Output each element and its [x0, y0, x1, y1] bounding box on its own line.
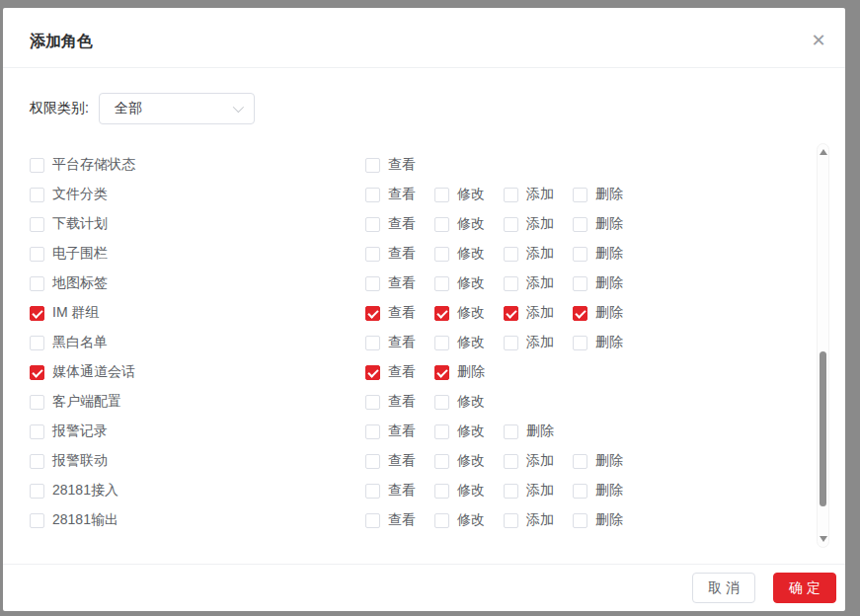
row-checkbox[interactable] — [30, 513, 44, 528]
perm-checkbox[interactable] — [434, 513, 449, 528]
perm-checkbox[interactable] — [434, 365, 449, 380]
row-label: 文件分类 — [52, 186, 108, 203]
permission-row-left: 文件分类 — [30, 186, 365, 203]
perm-checkbox[interactable] — [573, 513, 587, 528]
row-checkbox[interactable] — [30, 276, 44, 291]
perm-label: 查看 — [388, 393, 416, 411]
perm-label: 添加 — [526, 482, 554, 500]
permission-row-left: 报警记录 — [30, 423, 365, 440]
perm-slot: 添加 — [504, 186, 573, 203]
selected-category: 全部 — [115, 100, 142, 117]
perm-checkbox[interactable] — [365, 336, 380, 350]
permission-row-actions: 查看修改添加删除 — [365, 186, 642, 203]
perm-checkbox[interactable] — [504, 276, 518, 291]
row-checkbox[interactable] — [30, 247, 44, 262]
row-checkbox[interactable] — [30, 188, 44, 202]
perm-checkbox[interactable] — [365, 217, 380, 232]
perm-checkbox[interactable] — [504, 513, 518, 528]
perm-label: 删除 — [595, 304, 623, 322]
perm-label: 查看 — [388, 452, 416, 470]
perm-label: 添加 — [526, 511, 554, 529]
dialog-backdrop: { "dialog": { "title": "添加角色", "close_ic… — [0, 0, 860, 616]
confirm-button[interactable]: 确 定 — [773, 573, 836, 603]
row-label: 客户端配置 — [52, 393, 121, 411]
perm-checkbox[interactable] — [365, 306, 380, 321]
perm-checkbox[interactable] — [434, 188, 449, 202]
perm-checkbox[interactable] — [573, 247, 587, 262]
perm-checkbox[interactable] — [504, 217, 518, 232]
perm-checkbox[interactable] — [573, 484, 587, 499]
perm-checkbox[interactable] — [504, 247, 518, 262]
perm-checkbox[interactable] — [504, 424, 518, 439]
perm-checkbox[interactable] — [504, 454, 518, 469]
perm-label: 查看 — [388, 274, 416, 292]
permission-category-select[interactable]: 全部 — [99, 93, 255, 124]
perm-label: 添加 — [526, 334, 554, 351]
row-label: 下载计划 — [52, 215, 108, 233]
perm-checkbox[interactable] — [504, 188, 518, 202]
perm-checkbox[interactable] — [573, 454, 587, 469]
perm-checkbox[interactable] — [365, 513, 380, 528]
cancel-button[interactable]: 取 消 — [692, 573, 755, 603]
row-checkbox[interactable] — [30, 484, 44, 499]
perm-checkbox[interactable] — [504, 306, 518, 321]
perm-checkbox[interactable] — [573, 306, 587, 321]
perm-label: 修改 — [457, 334, 485, 351]
perm-checkbox[interactable] — [365, 188, 380, 202]
perm-slot: 查看 — [365, 274, 434, 292]
perm-label: 删除 — [457, 363, 485, 381]
scrollbar-thumb[interactable] — [820, 351, 826, 506]
perm-checkbox[interactable] — [573, 276, 587, 291]
scroll-up-icon[interactable] — [820, 149, 827, 155]
perm-checkbox[interactable] — [365, 276, 380, 291]
perm-checkbox[interactable] — [365, 247, 380, 262]
permission-row: 文件分类 查看修改添加删除 — [30, 180, 810, 209]
row-label: 电子围栏 — [52, 245, 108, 263]
row-checkbox[interactable] — [30, 454, 44, 469]
permission-row-left: 电子围栏 — [30, 245, 365, 263]
perm-slot: 添加 — [504, 245, 573, 263]
perm-checkbox[interactable] — [365, 395, 380, 410]
perm-checkbox[interactable] — [434, 306, 449, 321]
perm-slot: 添加 — [504, 511, 573, 529]
perm-label: 修改 — [457, 511, 485, 529]
row-checkbox[interactable] — [30, 336, 44, 350]
perm-label: 修改 — [457, 245, 485, 263]
perm-checkbox[interactable] — [434, 276, 449, 291]
perm-label: 删除 — [595, 482, 623, 500]
perm-checkbox[interactable] — [434, 395, 449, 410]
row-checkbox[interactable] — [30, 395, 44, 410]
row-checkbox[interactable] — [30, 424, 44, 439]
close-icon[interactable]: ✕ — [808, 30, 829, 51]
perm-slot: 修改 — [434, 215, 504, 233]
perm-slot: 查看 — [365, 186, 434, 203]
perm-checkbox[interactable] — [434, 454, 449, 469]
perm-checkbox[interactable] — [434, 484, 449, 499]
perm-label: 查看 — [388, 482, 416, 500]
perm-checkbox[interactable] — [365, 424, 380, 439]
permission-row: 下载计划 查看修改添加删除 — [30, 209, 810, 239]
perm-checkbox[interactable] — [434, 336, 449, 350]
perm-checkbox[interactable] — [434, 247, 449, 262]
row-checkbox[interactable] — [30, 306, 44, 321]
perm-checkbox[interactable] — [573, 336, 587, 350]
perm-checkbox[interactable] — [434, 424, 449, 439]
row-checkbox[interactable] — [30, 158, 44, 173]
perm-checkbox[interactable] — [434, 217, 449, 232]
row-label: 黑白名单 — [52, 334, 108, 351]
perm-checkbox[interactable] — [365, 454, 380, 469]
row-checkbox[interactable] — [30, 217, 44, 232]
perm-checkbox[interactable] — [365, 158, 380, 173]
perm-checkbox[interactable] — [504, 336, 518, 350]
scroll-down-icon[interactable] — [820, 536, 827, 542]
perm-checkbox[interactable] — [365, 484, 380, 499]
permission-row-left: 28181输出 — [30, 511, 365, 529]
perm-checkbox[interactable] — [365, 365, 380, 380]
perm-checkbox[interactable] — [504, 484, 518, 499]
scrollbar-track[interactable] — [817, 143, 829, 548]
perm-checkbox[interactable] — [573, 188, 587, 202]
perm-checkbox[interactable] — [573, 217, 587, 232]
row-checkbox[interactable] — [30, 365, 44, 380]
permission-row-actions: 查看修改添加删除 — [365, 245, 642, 263]
perm-slot: 修改 — [434, 334, 504, 351]
